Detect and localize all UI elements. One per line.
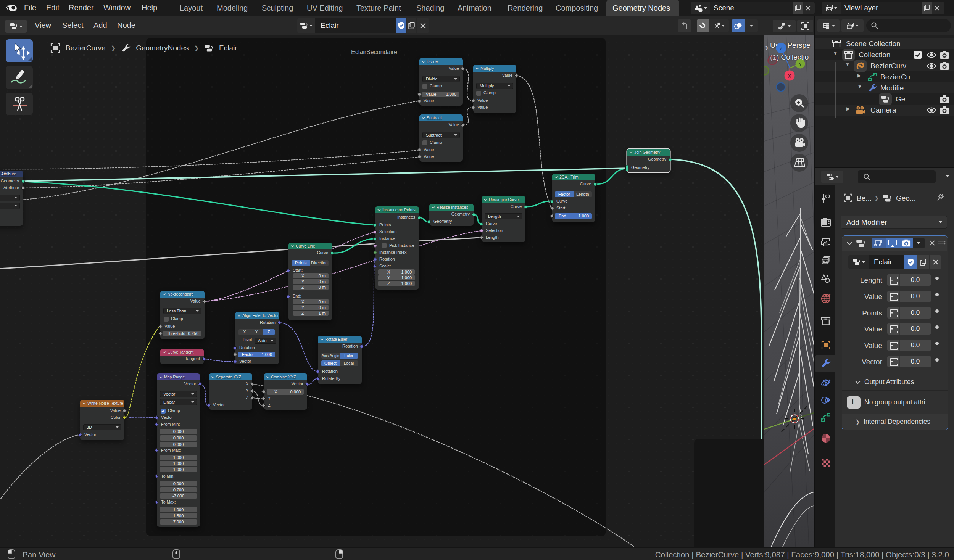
svg-text:Y: Y [799,61,802,67]
svg-text:X: X [788,73,791,79]
svg-text:Z: Z [780,45,783,51]
